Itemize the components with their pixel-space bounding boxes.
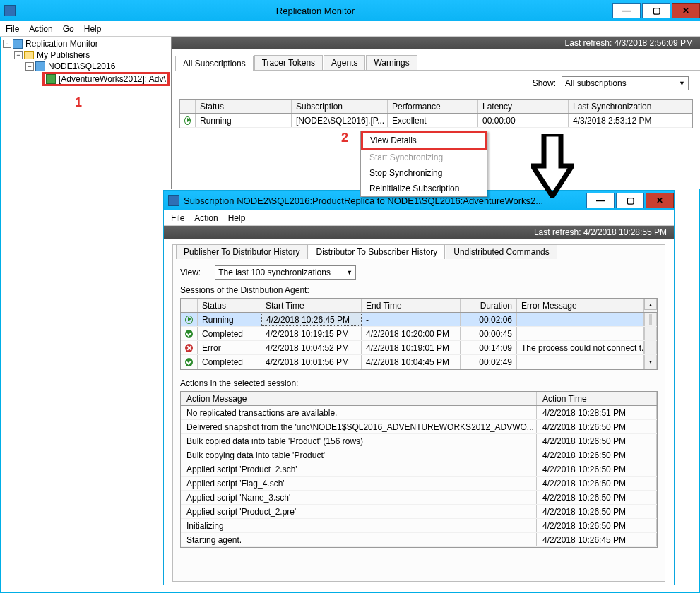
annotation-arrow-icon	[531, 134, 574, 198]
col-action-time[interactable]: Action Time	[537, 392, 657, 405]
running-icon	[184, 116, 191, 125]
sess-duration: 00:00:45	[461, 327, 517, 340]
col-duration[interactable]: Duration	[461, 299, 517, 312]
col-action-msg[interactable]: Action Message	[181, 392, 537, 405]
sess-status: Error	[198, 341, 261, 354]
row-status: Running	[196, 114, 292, 127]
action-row[interactable]: Starting agent.4/2/2018 10:26:45 PM	[181, 533, 657, 547]
sess-start: 4/2/2018 10:01:56 PM	[261, 355, 362, 369]
action-row[interactable]: No replicated transactions are available…	[181, 406, 657, 420]
view-select[interactable]: The last 100 synchronizations ▼	[215, 265, 356, 280]
menu-action[interactable]: Action	[194, 213, 218, 223]
col-latency[interactable]: Latency	[478, 100, 569, 113]
tab-all-subscriptions[interactable]: All Subscriptions	[175, 56, 254, 71]
row-subscription: [NODE2\SQL2016].[P...	[292, 114, 388, 127]
collapse-icon[interactable]: −	[25, 62, 34, 71]
menu-action[interactable]: Action	[29, 24, 52, 34]
menu-go[interactable]: Go	[63, 24, 74, 34]
replication-monitor-window: Replication Monitor — ▢ ✕ File Action Go…	[0, 0, 700, 189]
sessions-grid[interactable]: Status Start Time End Time Duration Erro…	[180, 298, 658, 370]
tree-node1[interactable]: NODE1\SQL2016	[48, 61, 115, 71]
tree-pub-label: [AdventureWorks2012]: Adv\	[59, 74, 166, 84]
col-subscription[interactable]: Subscription	[292, 100, 388, 113]
col-status[interactable]: Status	[196, 100, 292, 113]
scroll-up-icon[interactable]: ▴	[644, 299, 657, 310]
action-row[interactable]: Initializing4/2/2018 10:26:50 PM	[181, 519, 657, 533]
close-button[interactable]: ✕	[646, 193, 674, 208]
session-row[interactable]: Completed4/2/2018 10:19:15 PM4/2/2018 10…	[181, 327, 657, 341]
tab-warnings[interactable]: Warnings	[366, 55, 417, 70]
ctx-view-details[interactable]: View Details	[361, 131, 487, 150]
sessions-label: Sessions of the Distribution Agent:	[173, 285, 665, 298]
action-row[interactable]: Delivered snapshot from the 'unc\NODE1$S…	[181, 420, 657, 434]
win1-titlebar[interactable]: Replication Monitor — ▢ ✕	[0, 0, 700, 21]
col-icon[interactable]	[181, 299, 198, 312]
sess-error	[517, 313, 644, 326]
tab-dist-to-sub[interactable]: Distributor To Subscriber History	[309, 244, 446, 259]
collapse-icon[interactable]: −	[14, 51, 23, 59]
menu-file[interactable]: File	[171, 213, 184, 223]
col-start[interactable]: Start Time	[261, 299, 362, 312]
tree-publishers[interactable]: My Publishers	[37, 50, 90, 60]
tab-pub-to-dist[interactable]: Publisher To Distributor History	[176, 244, 308, 259]
action-time: 4/2/2018 10:26:50 PM	[537, 434, 657, 448]
minimize-button[interactable]: —	[586, 193, 615, 208]
sess-end: 4/2/2018 10:20:00 PM	[362, 327, 461, 340]
tree-root[interactable]: Replication Monitor	[25, 39, 98, 49]
ctx-reinit[interactable]: Reinitialize Subscription	[361, 181, 487, 196]
action-row[interactable]: Applied script 'Product_2.pre'4/2/2018 1…	[181, 505, 657, 519]
ctx-start-sync: Start Synchronizing	[361, 150, 487, 165]
col-performance[interactable]: Performance	[388, 100, 478, 113]
action-time: 4/2/2018 10:26:50 PM	[537, 462, 657, 476]
col-end[interactable]: End Time	[362, 299, 461, 312]
sess-status: Completed	[198, 355, 261, 369]
action-msg: No replicated transactions are available…	[181, 406, 537, 419]
action-row[interactable]: Applied script 'Product_2.sch'4/2/2018 1…	[181, 462, 657, 477]
sess-error: The process could not connect t...	[517, 341, 644, 354]
sess-status: Completed	[198, 327, 261, 340]
monitor-icon	[13, 39, 23, 49]
subscriptions-grid[interactable]: Status Subscription Performance Latency …	[179, 99, 693, 128]
maximize-button[interactable]: ▢	[642, 3, 670, 18]
context-menu: View Details Start Synchronizing Stop Sy…	[360, 131, 487, 197]
action-row[interactable]: Bulk copied data into table 'Product' (1…	[181, 434, 657, 448]
session-row[interactable]: Running4/2/2018 10:26:45 PM-00:02:06	[181, 313, 657, 327]
sess-start: 4/2/2018 10:19:15 PM	[261, 327, 362, 340]
ctx-stop-sync[interactable]: Stop Synchronizing	[361, 165, 487, 181]
server-icon	[35, 61, 45, 71]
last-refresh: Last refresh: 4/2/2018 10:28:55 PM	[534, 227, 667, 237]
callout-1: 1	[75, 95, 82, 110]
menu-help[interactable]: Help	[228, 213, 246, 223]
action-row[interactable]: Applied script 'Name_3.sch'4/2/2018 10:2…	[181, 491, 657, 505]
app-icon	[168, 195, 179, 206]
tree-pane[interactable]: − Replication Monitor − My Publishers − …	[0, 37, 172, 189]
col-icon[interactable]	[180, 100, 196, 113]
show-select[interactable]: All subscriptions ▼	[562, 76, 689, 90]
col-error[interactable]: Error Message	[517, 299, 644, 312]
actions-grid[interactable]: Action Message Action Time No replicated…	[180, 391, 658, 548]
tab-agents[interactable]: Agents	[324, 55, 365, 70]
action-time: 4/2/2018 10:26:50 PM	[537, 477, 657, 490]
menu-file[interactable]: File	[6, 24, 19, 34]
col-last-sync[interactable]: Last Synchronization	[569, 100, 692, 113]
session-row[interactable]: Error4/2/2018 10:04:52 PM4/2/2018 10:19:…	[181, 341, 657, 355]
action-msg: Applied script 'Product_2.pre'	[181, 505, 537, 518]
session-row[interactable]: Completed4/2/2018 10:01:56 PM4/2/2018 10…	[181, 355, 657, 369]
publication-icon	[46, 74, 56, 84]
action-row[interactable]: Bulk copying data into table 'Product'4/…	[181, 448, 657, 462]
col-status[interactable]: Status	[198, 299, 261, 312]
highlighted-publication[interactable]: [AdventureWorks2012]: Adv\	[42, 72, 170, 86]
menu-help[interactable]: Help	[84, 24, 102, 34]
tab-tracer-tokens[interactable]: Tracer Tokens	[254, 55, 323, 70]
tab-undistributed[interactable]: Undistributed Commands	[446, 244, 557, 259]
collapse-icon[interactable]: −	[3, 40, 11, 48]
action-row[interactable]: Applied script 'Flag_4.sch'4/2/2018 10:2…	[181, 477, 657, 491]
close-button[interactable]: ✕	[672, 3, 700, 18]
refresh-bar: Last refresh: 4/2/2018 10:28:55 PM	[164, 226, 674, 239]
maximize-button[interactable]: ▢	[616, 193, 644, 208]
subscription-row[interactable]: Running [NODE2\SQL2016].[P... Excellent …	[180, 114, 692, 128]
status-icon	[185, 316, 193, 324]
action-msg: Applied script 'Product_2.sch'	[181, 462, 537, 476]
show-label: Show:	[533, 78, 556, 88]
minimize-button[interactable]: —	[612, 3, 641, 18]
